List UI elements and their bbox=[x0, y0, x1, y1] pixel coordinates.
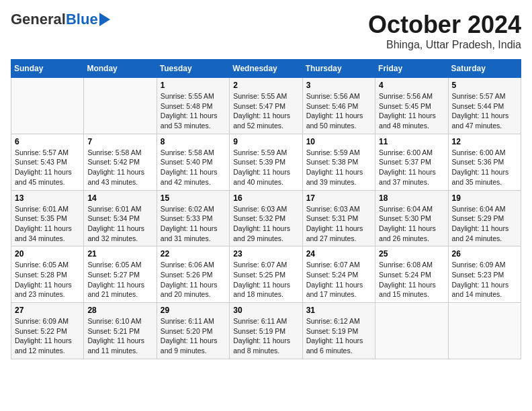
calendar-day-cell: 15Sunrise: 6:02 AM Sunset: 5:33 PM Dayli… bbox=[157, 190, 229, 246]
day-info: Sunrise: 5:55 AM Sunset: 5:47 PM Dayligh… bbox=[233, 91, 298, 131]
calendar-day-header: Saturday bbox=[448, 60, 521, 78]
calendar-day-cell: 6Sunrise: 5:57 AM Sunset: 5:43 PM Daylig… bbox=[11, 134, 84, 190]
page-subtitle: Bhinga, Uttar Pradesh, India bbox=[368, 39, 521, 51]
day-info: Sunrise: 6:07 AM Sunset: 5:24 PM Dayligh… bbox=[306, 260, 371, 300]
calendar-day-cell: 20Sunrise: 6:05 AM Sunset: 5:28 PM Dayli… bbox=[11, 246, 84, 303]
day-info: Sunrise: 6:05 AM Sunset: 5:27 PM Dayligh… bbox=[87, 260, 152, 300]
day-number: 3 bbox=[306, 81, 371, 90]
day-info: Sunrise: 6:11 AM Sunset: 5:20 PM Dayligh… bbox=[161, 316, 226, 356]
day-info: Sunrise: 6:09 AM Sunset: 5:22 PM Dayligh… bbox=[15, 316, 80, 356]
day-info: Sunrise: 6:09 AM Sunset: 5:23 PM Dayligh… bbox=[452, 260, 517, 300]
day-number: 16 bbox=[233, 193, 298, 203]
calendar-day-cell bbox=[375, 303, 448, 359]
calendar-week-row: 20Sunrise: 6:05 AM Sunset: 5:28 PM Dayli… bbox=[11, 246, 521, 303]
day-info: Sunrise: 5:58 AM Sunset: 5:40 PM Dayligh… bbox=[161, 148, 226, 187]
calendar-day-cell: 9Sunrise: 5:59 AM Sunset: 5:39 PM Daylig… bbox=[230, 134, 302, 190]
title-block: October 2024 Bhinga, Uttar Pradesh, Indi… bbox=[368, 11, 521, 51]
calendar-day-cell bbox=[84, 78, 157, 134]
calendar-day-cell: 1Sunrise: 5:55 AM Sunset: 5:48 PM Daylig… bbox=[157, 78, 229, 134]
day-info: Sunrise: 6:04 AM Sunset: 5:29 PM Dayligh… bbox=[452, 204, 517, 244]
day-number: 22 bbox=[161, 249, 226, 259]
day-info: Sunrise: 5:57 AM Sunset: 5:44 PM Dayligh… bbox=[452, 91, 517, 131]
day-info: Sunrise: 6:00 AM Sunset: 5:36 PM Dayligh… bbox=[452, 148, 517, 187]
day-info: Sunrise: 6:01 AM Sunset: 5:35 PM Dayligh… bbox=[15, 204, 80, 244]
calendar-day-cell: 26Sunrise: 6:09 AM Sunset: 5:23 PM Dayli… bbox=[448, 246, 521, 303]
calendar-day-cell: 31Sunrise: 6:12 AM Sunset: 5:19 PM Dayli… bbox=[302, 303, 375, 359]
day-number: 31 bbox=[306, 306, 371, 315]
calendar-day-cell: 30Sunrise: 6:11 AM Sunset: 5:19 PM Dayli… bbox=[230, 303, 302, 359]
calendar-day-cell: 18Sunrise: 6:04 AM Sunset: 5:30 PM Dayli… bbox=[375, 190, 448, 246]
day-number: 28 bbox=[87, 306, 152, 315]
calendar-day-cell: 10Sunrise: 5:59 AM Sunset: 5:38 PM Dayli… bbox=[302, 134, 375, 190]
day-number: 26 bbox=[452, 249, 517, 259]
calendar-week-row: 6Sunrise: 5:57 AM Sunset: 5:43 PM Daylig… bbox=[11, 134, 521, 190]
day-info: Sunrise: 6:04 AM Sunset: 5:30 PM Dayligh… bbox=[379, 204, 444, 244]
day-info: Sunrise: 6:02 AM Sunset: 5:33 PM Dayligh… bbox=[161, 204, 226, 244]
calendar-day-cell: 27Sunrise: 6:09 AM Sunset: 5:22 PM Dayli… bbox=[11, 303, 84, 359]
day-info: Sunrise: 6:05 AM Sunset: 5:28 PM Dayligh… bbox=[15, 260, 80, 300]
day-number: 7 bbox=[87, 137, 152, 146]
calendar-day-cell: 25Sunrise: 6:08 AM Sunset: 5:24 PM Dayli… bbox=[375, 246, 448, 303]
calendar-day-cell bbox=[448, 303, 521, 359]
logo: General Blue bbox=[11, 11, 110, 28]
day-info: Sunrise: 6:00 AM Sunset: 5:37 PM Dayligh… bbox=[379, 148, 444, 187]
day-number: 8 bbox=[161, 137, 226, 146]
logo-blue-text: Blue bbox=[66, 11, 98, 28]
day-info: Sunrise: 5:56 AM Sunset: 5:46 PM Dayligh… bbox=[306, 91, 371, 131]
day-number: 30 bbox=[233, 306, 298, 315]
day-info: Sunrise: 6:03 AM Sunset: 5:32 PM Dayligh… bbox=[233, 204, 298, 244]
day-info: Sunrise: 6:07 AM Sunset: 5:25 PM Dayligh… bbox=[233, 260, 298, 300]
day-number: 20 bbox=[15, 249, 80, 259]
day-info: Sunrise: 5:55 AM Sunset: 5:48 PM Dayligh… bbox=[161, 91, 226, 131]
calendar-day-cell: 19Sunrise: 6:04 AM Sunset: 5:29 PM Dayli… bbox=[448, 190, 521, 246]
calendar-day-cell: 16Sunrise: 6:03 AM Sunset: 5:32 PM Dayli… bbox=[230, 190, 302, 246]
day-number: 10 bbox=[306, 137, 371, 146]
calendar-day-cell: 17Sunrise: 6:03 AM Sunset: 5:31 PM Dayli… bbox=[302, 190, 375, 246]
day-info: Sunrise: 6:03 AM Sunset: 5:31 PM Dayligh… bbox=[306, 204, 371, 244]
logo-arrow-icon bbox=[99, 13, 110, 26]
day-number: 13 bbox=[15, 193, 80, 203]
calendar-day-cell: 2Sunrise: 5:55 AM Sunset: 5:47 PM Daylig… bbox=[230, 78, 302, 134]
day-number: 15 bbox=[161, 193, 226, 203]
calendar-day-header: Wednesday bbox=[230, 60, 302, 78]
day-number: 19 bbox=[452, 193, 517, 203]
day-number: 9 bbox=[233, 137, 298, 146]
calendar-day-cell: 8Sunrise: 5:58 AM Sunset: 5:40 PM Daylig… bbox=[157, 134, 229, 190]
day-info: Sunrise: 6:08 AM Sunset: 5:24 PM Dayligh… bbox=[379, 260, 444, 300]
day-number: 1 bbox=[161, 81, 226, 90]
calendar-day-header: Tuesday bbox=[157, 60, 229, 78]
day-info: Sunrise: 5:59 AM Sunset: 5:39 PM Dayligh… bbox=[233, 148, 298, 187]
page-title: October 2024 bbox=[368, 11, 521, 39]
calendar-day-cell: 12Sunrise: 6:00 AM Sunset: 5:36 PM Dayli… bbox=[448, 134, 521, 190]
calendar-day-cell: 5Sunrise: 5:57 AM Sunset: 5:44 PM Daylig… bbox=[448, 78, 521, 134]
calendar-table: SundayMondayTuesdayWednesdayThursdayFrid… bbox=[11, 59, 521, 359]
calendar-day-header: Monday bbox=[84, 60, 157, 78]
day-info: Sunrise: 5:56 AM Sunset: 5:45 PM Dayligh… bbox=[379, 91, 444, 131]
day-number: 24 bbox=[306, 249, 371, 259]
calendar-day-header: Friday bbox=[375, 60, 448, 78]
day-number: 29 bbox=[161, 306, 226, 315]
day-number: 2 bbox=[233, 81, 298, 90]
calendar-day-header: Sunday bbox=[11, 60, 84, 78]
calendar-day-cell: 14Sunrise: 6:01 AM Sunset: 5:34 PM Dayli… bbox=[84, 190, 157, 246]
day-number: 21 bbox=[87, 249, 152, 259]
calendar-day-cell: 29Sunrise: 6:11 AM Sunset: 5:20 PM Dayli… bbox=[157, 303, 229, 359]
calendar-day-cell: 11Sunrise: 6:00 AM Sunset: 5:37 PM Dayli… bbox=[375, 134, 448, 190]
day-number: 23 bbox=[233, 249, 298, 259]
calendar-week-row: 1Sunrise: 5:55 AM Sunset: 5:48 PM Daylig… bbox=[11, 78, 521, 134]
calendar-week-row: 13Sunrise: 6:01 AM Sunset: 5:35 PM Dayli… bbox=[11, 190, 521, 246]
day-info: Sunrise: 5:57 AM Sunset: 5:43 PM Dayligh… bbox=[15, 148, 80, 187]
calendar-day-cell: 24Sunrise: 6:07 AM Sunset: 5:24 PM Dayli… bbox=[302, 246, 375, 303]
day-number: 18 bbox=[379, 193, 444, 203]
calendar-day-cell: 7Sunrise: 5:58 AM Sunset: 5:42 PM Daylig… bbox=[84, 134, 157, 190]
calendar-day-cell: 4Sunrise: 5:56 AM Sunset: 5:45 PM Daylig… bbox=[375, 78, 448, 134]
day-number: 5 bbox=[452, 81, 517, 90]
calendar-day-cell: 3Sunrise: 5:56 AM Sunset: 5:46 PM Daylig… bbox=[302, 78, 375, 134]
day-info: Sunrise: 6:11 AM Sunset: 5:19 PM Dayligh… bbox=[233, 316, 298, 356]
day-info: Sunrise: 6:10 AM Sunset: 5:21 PM Dayligh… bbox=[87, 316, 152, 356]
calendar-day-cell: 13Sunrise: 6:01 AM Sunset: 5:35 PM Dayli… bbox=[11, 190, 84, 246]
day-number: 27 bbox=[15, 306, 80, 315]
logo-general-text: General bbox=[11, 11, 66, 28]
day-number: 12 bbox=[452, 137, 517, 146]
calendar-day-cell: 23Sunrise: 6:07 AM Sunset: 5:25 PM Dayli… bbox=[230, 246, 302, 303]
